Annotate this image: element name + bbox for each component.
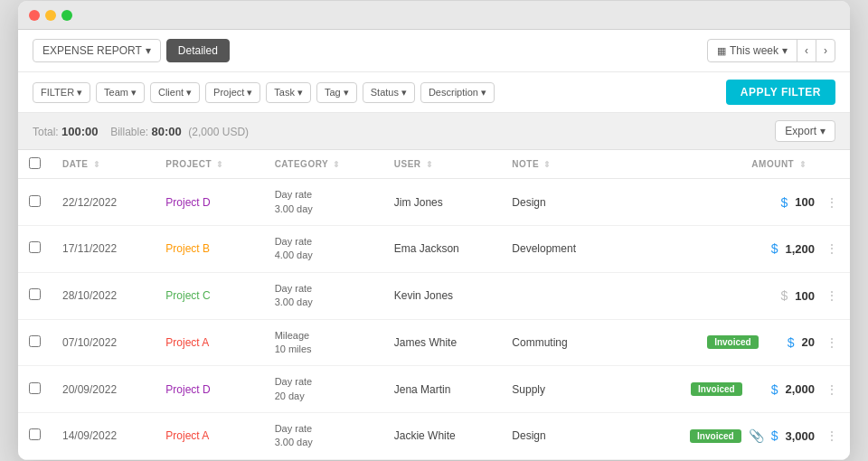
row-menu-button[interactable]: ⋮ xyxy=(826,241,839,256)
billable-amount: (2,000 USD) xyxy=(188,126,249,138)
row-note: Design xyxy=(501,179,618,226)
total-label: Total: xyxy=(33,126,61,138)
project-link[interactable]: Project B xyxy=(165,242,210,255)
attachment-icon: 📎 xyxy=(749,428,764,443)
table-row: 22/12/2022 Project D Day rate3.00 day Ji… xyxy=(18,179,850,226)
row-user: Jim Jones xyxy=(383,179,502,226)
row-menu-button[interactable]: ⋮ xyxy=(826,195,839,210)
row-checkbox-cell xyxy=(18,272,52,319)
table-row: 14/09/2022 Project A Day rate3.00 day Ja… xyxy=(18,413,850,460)
row-checkbox-cell xyxy=(18,413,52,460)
amount-column-header[interactable]: AMOUNT ⇕ xyxy=(618,150,850,179)
row-checkbox-cell xyxy=(18,366,52,413)
calendar-icon: ▦ xyxy=(717,45,726,57)
table-row: 20/09/2022 Project D Day rate20 day Jena… xyxy=(18,366,850,413)
note-column-header[interactable]: NOTE ⇕ xyxy=(501,150,618,179)
project-link[interactable]: Project C xyxy=(165,289,210,302)
filter-team-chip[interactable]: Team ▾ xyxy=(96,82,145,103)
toolbar: EXPENSE REPORT ▾ Detailed ▦ This week ▾ … xyxy=(18,30,850,72)
title-bar xyxy=(18,1,850,30)
row-checkbox[interactable] xyxy=(29,195,41,207)
minimize-dot[interactable] xyxy=(45,10,56,21)
filter-description-chip[interactable]: Description ▾ xyxy=(420,82,495,103)
summary-bar: Total: 100:00 Billable: 80:00 (2,000 USD… xyxy=(18,113,850,150)
select-all-checkbox[interactable] xyxy=(29,157,41,169)
billable-label: Billable: xyxy=(110,126,151,138)
expense-report-label: EXPENSE REPORT xyxy=(42,44,142,57)
filter-status-chip[interactable]: Status ▾ xyxy=(363,82,415,103)
project-sort-icon: ⇕ xyxy=(216,160,224,169)
category-sort-icon: ⇕ xyxy=(333,160,341,169)
dollar-icon: $ xyxy=(781,288,788,303)
row-date: 28/10/2022 xyxy=(52,272,155,319)
project-link[interactable]: Project A xyxy=(165,429,209,442)
select-all-header xyxy=(18,150,52,179)
row-checkbox[interactable] xyxy=(29,382,41,394)
chevron-down-icon: ▾ xyxy=(247,87,252,99)
tag-label: Tag xyxy=(325,87,341,98)
project-link[interactable]: Project D xyxy=(165,383,210,396)
row-checkbox[interactable] xyxy=(29,428,41,440)
category-column-header[interactable]: CATEGORY ⇕ xyxy=(264,150,383,179)
user-sort-icon: ⇕ xyxy=(426,160,434,169)
row-category: Day rate4.00 day xyxy=(264,225,383,272)
row-note: Supply xyxy=(501,366,618,413)
filter-main-chip[interactable]: FILTER ▾ xyxy=(33,82,90,103)
chevron-down-icon: ▾ xyxy=(186,87,192,99)
close-dot[interactable] xyxy=(29,10,40,21)
row-checkbox[interactable] xyxy=(29,335,41,347)
row-checkbox[interactable] xyxy=(29,241,41,253)
expense-report-dropdown[interactable]: EXPENSE REPORT ▾ xyxy=(33,39,161,62)
row-menu-button[interactable]: ⋮ xyxy=(826,428,839,443)
table-row: 07/10/2022 Project A Mileage10 miles Jam… xyxy=(18,319,850,366)
status-badge: Invoiced xyxy=(707,335,759,349)
row-menu-button[interactable]: ⋮ xyxy=(826,382,839,397)
row-amount: 1,200 xyxy=(785,242,815,256)
description-label: Description xyxy=(429,87,478,98)
filter-label: FILTER xyxy=(41,87,74,98)
chevron-down-icon: ▾ xyxy=(820,125,826,137)
export-button[interactable]: Export ▾ xyxy=(775,120,835,142)
filter-bar: FILTER ▾ Team ▾ Client ▾ Project ▾ Task … xyxy=(18,72,850,113)
dollar-icon: $ xyxy=(788,335,795,350)
row-category: Day rate20 day xyxy=(264,366,383,413)
row-note: Commuting xyxy=(501,319,618,366)
user-column-header[interactable]: USER ⇕ xyxy=(383,150,502,179)
project-label: Project xyxy=(213,87,244,98)
row-menu-button[interactable]: ⋮ xyxy=(826,335,839,350)
row-checkbox-cell xyxy=(18,179,52,226)
chevron-down-icon: ▾ xyxy=(297,87,303,99)
filter-task-chip[interactable]: Task ▾ xyxy=(266,82,311,103)
dollar-icon: $ xyxy=(781,195,788,210)
note-sort-icon: ⇕ xyxy=(543,160,552,169)
row-checkbox[interactable] xyxy=(29,288,41,300)
export-label: Export xyxy=(785,125,816,137)
project-link[interactable]: Project A xyxy=(165,336,209,349)
row-user: Jena Martin xyxy=(383,366,502,413)
project-column-header[interactable]: PROJECT ⇕ xyxy=(155,150,263,179)
row-project: Project A xyxy=(155,413,263,460)
row-project: Project A xyxy=(155,319,263,366)
filter-project-chip[interactable]: Project ▾ xyxy=(205,82,260,103)
row-user: James White xyxy=(383,319,502,366)
row-date: 20/09/2022 xyxy=(52,366,155,413)
row-menu-button[interactable]: ⋮ xyxy=(826,288,839,303)
prev-week-button[interactable]: ‹ xyxy=(797,39,816,62)
project-link[interactable]: Project D xyxy=(165,196,210,209)
next-week-button[interactable]: › xyxy=(816,39,835,62)
toolbar-right: ▦ This week ▾ ‹ › xyxy=(707,39,835,62)
app-window: EXPENSE REPORT ▾ Detailed ▦ This week ▾ … xyxy=(18,1,850,460)
detailed-view-button[interactable]: Detailed xyxy=(166,39,230,62)
row-checkbox-cell xyxy=(18,225,52,272)
filter-tag-chip[interactable]: Tag ▾ xyxy=(316,82,357,103)
maximize-dot[interactable] xyxy=(61,10,72,21)
row-project: Project D xyxy=(155,366,263,413)
apply-filter-button[interactable]: APPLY FILTER xyxy=(726,80,835,105)
row-note xyxy=(501,272,618,319)
row-amount-cell: $ 1,200 ⋮ xyxy=(618,225,850,272)
filter-client-chip[interactable]: Client ▾ xyxy=(150,82,200,103)
table-row: 28/10/2022 Project C Day rate3.00 day Ke… xyxy=(18,272,850,319)
date-column-header[interactable]: DATE ⇕ xyxy=(52,150,155,179)
chevron-down-icon: ▾ xyxy=(77,87,82,99)
week-selector[interactable]: ▦ This week ▾ xyxy=(707,39,797,62)
